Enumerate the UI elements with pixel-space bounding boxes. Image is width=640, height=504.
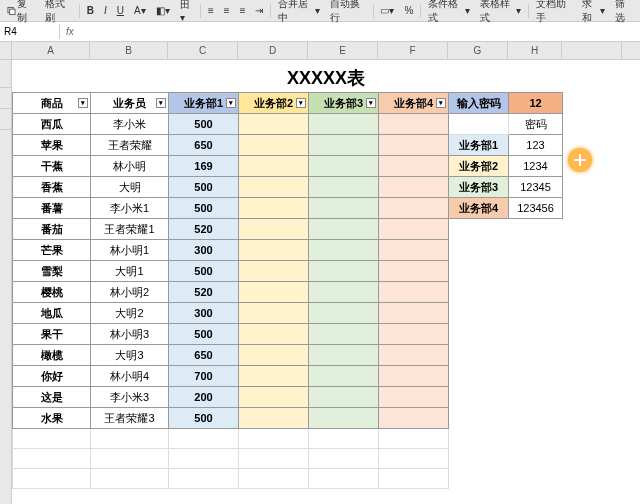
cell[interactable] <box>379 261 449 282</box>
side-value[interactable]: 12345 <box>509 177 563 198</box>
bold-button[interactable]: B <box>84 4 97 17</box>
cell[interactable] <box>239 114 309 135</box>
cell[interactable]: 500 <box>169 177 239 198</box>
cell[interactable]: 樱桃 <box>13 282 91 303</box>
table-row[interactable]: 水果王者荣耀3500 <box>13 408 563 429</box>
table-row[interactable]: 番茄王者荣耀1520 <box>13 219 563 240</box>
cell[interactable] <box>239 156 309 177</box>
cell[interactable]: 橄榄 <box>13 345 91 366</box>
cell[interactable] <box>13 449 91 469</box>
sum-button[interactable]: 求和▾ <box>579 0 608 26</box>
filter-dropdown-icon[interactable]: ▾ <box>156 98 166 108</box>
cell[interactable]: 苹果 <box>13 135 91 156</box>
align-left-button[interactable]: ≡ <box>205 4 217 17</box>
cell[interactable]: 林小明1 <box>91 240 169 261</box>
cell[interactable] <box>379 469 449 489</box>
cell[interactable] <box>169 429 239 449</box>
table-row[interactable]: 这是李小米3200 <box>13 387 563 408</box>
cell[interactable] <box>239 387 309 408</box>
cell[interactable] <box>239 219 309 240</box>
underline-button[interactable]: U <box>114 4 127 17</box>
cell[interactable]: 这是 <box>13 387 91 408</box>
cell[interactable] <box>309 198 379 219</box>
cell[interactable]: 番茄 <box>13 219 91 240</box>
cell[interactable] <box>239 449 309 469</box>
side-value[interactable]: 1234 <box>509 156 563 177</box>
cond-format-button[interactable]: 条件格式▾ <box>425 0 472 26</box>
header-salesperson[interactable]: 业务员▾ <box>91 93 169 114</box>
cell[interactable]: 500 <box>169 408 239 429</box>
cell[interactable]: 你好 <box>13 366 91 387</box>
fx-icon[interactable]: fx <box>60 26 80 37</box>
cell[interactable] <box>309 282 379 303</box>
cell[interactable] <box>379 387 449 408</box>
side-label[interactable]: 业务部3 <box>449 177 509 198</box>
side-label[interactable]: 业务部1 <box>449 135 509 156</box>
cell[interactable] <box>239 303 309 324</box>
cell[interactable]: 香蕉 <box>13 177 91 198</box>
cell[interactable] <box>169 449 239 469</box>
cell[interactable] <box>309 429 379 449</box>
cell[interactable] <box>379 219 449 240</box>
italic-button[interactable]: I <box>101 4 110 17</box>
cell[interactable] <box>379 156 449 177</box>
doc-help-button[interactable]: 文档助手 <box>533 0 575 26</box>
cell[interactable]: 300 <box>169 303 239 324</box>
cell[interactable]: 700 <box>169 366 239 387</box>
filter-dropdown-icon[interactable]: ▾ <box>366 98 376 108</box>
header-dept2[interactable]: 业务部2▾ <box>239 93 309 114</box>
cell[interactable] <box>239 345 309 366</box>
pwd-label-cell[interactable]: 密码 <box>509 114 563 135</box>
cell[interactable] <box>239 324 309 345</box>
header-dept1[interactable]: 业务部1▾ <box>169 93 239 114</box>
cell[interactable] <box>379 408 449 429</box>
cell[interactable]: 芒果 <box>13 240 91 261</box>
cell[interactable]: 300 <box>169 240 239 261</box>
wrap-button[interactable]: 自动换行 <box>327 0 369 26</box>
side-label[interactable]: 业务部2 <box>449 156 509 177</box>
cell[interactable]: 王者荣耀 <box>91 135 169 156</box>
cell[interactable] <box>239 429 309 449</box>
side-value[interactable]: 123456 <box>509 198 563 219</box>
cell[interactable]: 番薯 <box>13 198 91 219</box>
cell[interactable] <box>13 469 91 489</box>
grid[interactable]: ABCDEFGH XXXXX表 商品▾业务员▾业务部1▾业务部2▾业务部3▾业务… <box>12 42 640 504</box>
cell[interactable] <box>309 135 379 156</box>
table-row[interactable]: 西瓜李小米500密码 <box>13 114 563 135</box>
col-header-F[interactable]: F <box>378 42 448 59</box>
cell[interactable] <box>379 282 449 303</box>
cell[interactable]: 林小明 <box>91 156 169 177</box>
col-header-E[interactable]: E <box>308 42 378 59</box>
cell[interactable]: 雪梨 <box>13 261 91 282</box>
col-header-G[interactable]: G <box>448 42 508 59</box>
align-center-button[interactable]: ≡ <box>221 4 233 17</box>
cell[interactable] <box>91 449 169 469</box>
header-dept3[interactable]: 业务部3▾ <box>309 93 379 114</box>
cell[interactable] <box>309 240 379 261</box>
cell[interactable] <box>379 324 449 345</box>
header-pwd[interactable]: 输入密码 <box>449 93 509 114</box>
cell[interactable]: 500 <box>169 198 239 219</box>
cell[interactable] <box>239 469 309 489</box>
cell[interactable] <box>309 366 379 387</box>
filter-dropdown-icon[interactable]: ▾ <box>78 98 88 108</box>
percent-button[interactable]: % <box>401 4 416 17</box>
cell[interactable]: 林小明2 <box>91 282 169 303</box>
cell[interactable] <box>309 408 379 429</box>
cell[interactable] <box>91 469 169 489</box>
cell[interactable] <box>379 429 449 449</box>
cell[interactable]: 果干 <box>13 324 91 345</box>
indent-button[interactable]: ⇥ <box>252 4 266 17</box>
cell[interactable] <box>239 261 309 282</box>
cell[interactable]: 大明3 <box>91 345 169 366</box>
cell[interactable] <box>379 366 449 387</box>
cell[interactable]: 500 <box>169 261 239 282</box>
col-header-D[interactable]: D <box>238 42 308 59</box>
cell[interactable] <box>91 429 169 449</box>
formula-input[interactable] <box>80 30 640 34</box>
cell[interactable] <box>379 303 449 324</box>
cell[interactable]: 500 <box>169 114 239 135</box>
cell[interactable] <box>13 429 91 449</box>
cell[interactable]: 水果 <box>13 408 91 429</box>
copy-button[interactable]: 复制 <box>4 0 38 26</box>
